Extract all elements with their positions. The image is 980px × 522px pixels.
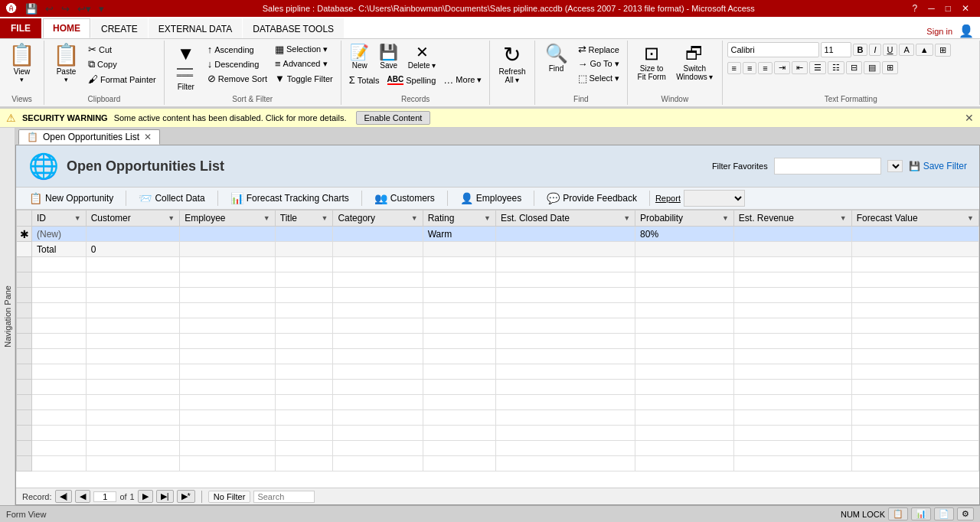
outdent-btn[interactable]: ⇤ (792, 61, 808, 74)
align-left-btn[interactable]: ≡ (727, 62, 741, 74)
new-row-forecast-value[interactable] (851, 227, 978, 242)
new-row-id[interactable]: (New) (32, 227, 87, 242)
spelling-button[interactable]: ABC Spelling (384, 73, 439, 87)
grid-btn[interactable]: ⊞ (935, 44, 951, 57)
font-size-input[interactable] (821, 42, 851, 57)
col-header-id[interactable]: ID ▼ (32, 210, 87, 227)
qat-customize[interactable]: ▾ (96, 2, 106, 15)
filter-favorites-dropdown[interactable] (887, 160, 903, 172)
advanced-button[interactable]: ≡ Advanced ▾ (272, 57, 336, 71)
collect-data-button[interactable]: 📨 Collect Data (132, 190, 211, 207)
view-layout-btn[interactable]: 📄 (934, 507, 954, 520)
paste-button[interactable]: 📋 Paste ▾ (49, 42, 83, 86)
doc-tab-close-btn[interactable]: ✕ (144, 132, 152, 142)
goto-button[interactable]: → Go To ▾ (575, 57, 623, 71)
employees-button[interactable]: 👤 Employees (453, 190, 528, 207)
format-painter-button[interactable]: 🖌 Format Painter (85, 72, 159, 86)
new-row-est-closed-date[interactable] (495, 227, 635, 242)
list-btn1[interactable]: ☰ (809, 61, 826, 74)
doc-tab-open-opportunities[interactable]: 📋 Open Opportunities List ✕ (18, 129, 160, 145)
report-label[interactable]: Report (655, 194, 681, 203)
new-row-probability[interactable]: 80% (635, 227, 734, 242)
tab-database-tools[interactable]: DATABASE TOOLS (243, 18, 344, 38)
underline-btn[interactable]: U (883, 44, 898, 56)
record-last-btn[interactable]: ▶| (156, 490, 174, 503)
record-current-input[interactable] (93, 491, 116, 502)
descending-button[interactable]: ↓ Descending (204, 57, 270, 71)
forecast-charts-button[interactable]: 📊 Forecast Tracking Charts (224, 190, 356, 207)
align-center-btn[interactable]: ≡ (743, 62, 756, 74)
more-button[interactable]: … More ▾ (440, 73, 485, 87)
font-name-input[interactable] (727, 42, 819, 57)
new-row-title[interactable] (275, 227, 333, 242)
remove-sort-button[interactable]: ⊘ Remove Sort (204, 71, 270, 86)
qat-undo2[interactable]: ↩▾ (75, 2, 93, 15)
tab-file[interactable]: FILE (0, 18, 41, 38)
tab-home[interactable]: HOME (43, 18, 90, 38)
toggle-filter-button[interactable]: ▼ Toggle Filter (272, 71, 336, 86)
find-button[interactable]: 🔍 Find (540, 42, 573, 75)
new-row-est-revenue[interactable] (733, 227, 851, 242)
italic-btn[interactable]: I (869, 44, 880, 56)
col-header-rating[interactable]: Rating ▼ (423, 210, 495, 227)
bold-btn[interactable]: B (853, 44, 868, 56)
minimize-btn[interactable]: ─ (923, 2, 939, 15)
enable-content-button[interactable]: Enable Content (356, 111, 431, 125)
qat-undo[interactable]: ↩ (43, 2, 56, 15)
expand-btn[interactable]: ⊞ (882, 61, 898, 74)
new-button[interactable]: 📝 New (346, 42, 374, 72)
col-header-probability[interactable]: Probability ▼ (635, 210, 734, 227)
ascending-button[interactable]: ↑ Ascending (204, 42, 270, 57)
record-next-btn[interactable]: ▶ (138, 490, 153, 503)
new-row-customer[interactable] (86, 227, 179, 242)
new-row-employee[interactable] (180, 227, 276, 242)
record-prev-btn[interactable]: ◀ (75, 490, 90, 503)
help-btn[interactable]: ? (908, 2, 923, 15)
security-close-button[interactable]: ✕ (965, 112, 974, 124)
col-header-customer[interactable]: Customer ▼ (86, 210, 179, 227)
font-color-btn[interactable]: A (899, 44, 913, 56)
view-settings-btn[interactable]: ⚙ (957, 507, 974, 520)
totals-button[interactable]: Σ Totals (346, 73, 383, 87)
col-header-category[interactable]: Category ▼ (333, 210, 423, 227)
record-new-btn[interactable]: ▶* (177, 490, 195, 503)
record-first-btn[interactable]: ◀| (55, 490, 73, 503)
selection-button[interactable]: ▦ Selection ▾ (272, 42, 336, 57)
list-btn2[interactable]: ☷ (828, 61, 844, 74)
col-header-title[interactable]: Title ▼ (275, 210, 333, 227)
highlight-btn[interactable]: ▲ (916, 44, 933, 56)
no-filter-btn[interactable]: No Filter (208, 491, 251, 503)
new-row-category[interactable] (333, 227, 423, 242)
sign-in-link[interactable]: Sign in (926, 27, 952, 36)
col-header-est-revenue[interactable]: Est. Revenue ▼ (733, 210, 851, 227)
filter-favorites-input[interactable] (774, 158, 881, 175)
view-form-btn[interactable]: 📋 (888, 507, 908, 520)
report-combo[interactable] (684, 190, 745, 207)
save-filter-link[interactable]: 💾 Save Filter (909, 161, 967, 171)
col-header-employee[interactable]: Employee ▼ (180, 210, 276, 227)
list-btn3[interactable]: ⊟ (846, 61, 862, 74)
refresh-button[interactable]: ↻ RefreshAll ▾ (495, 42, 529, 86)
tab-external-data[interactable]: EXTERNAL DATA (149, 18, 242, 38)
view-datasheet-btn[interactable]: 📊 (911, 507, 931, 520)
col-header-forecast-value[interactable]: Forecast Value ▼ (851, 210, 978, 227)
tab-create[interactable]: CREATE (91, 18, 148, 38)
cut-button[interactable]: ✂ Cut (85, 42, 159, 57)
customers-button[interactable]: 👥 Customers (368, 190, 442, 207)
filter-button[interactable]: ▼═══ Filter (169, 42, 203, 93)
maximize-btn[interactable]: □ (941, 2, 956, 15)
delete-button[interactable]: ✕ Delete ▾ (404, 42, 440, 72)
col-btn[interactable]: ▤ (864, 61, 880, 74)
switch-windows-button[interactable]: 🗗 SwitchWindows ▾ (672, 42, 717, 83)
close-btn[interactable]: ✕ (957, 2, 974, 15)
align-right-btn[interactable]: ≡ (758, 62, 772, 74)
col-header-est-closed-date[interactable]: Est. Closed Date ▼ (495, 210, 635, 227)
qat-redo[interactable]: ↪ (59, 2, 72, 15)
navigation-pane[interactable]: Navigation Pane (0, 128, 15, 505)
select-button[interactable]: ⬚ Select ▾ (575, 71, 623, 86)
save-button[interactable]: 💾 Save (375, 42, 403, 72)
replace-button[interactable]: ⇄ Replace (575, 42, 623, 57)
new-row-rating[interactable]: Warm (423, 227, 495, 242)
provide-feedback-button[interactable]: 💬 Provide Feedback (540, 190, 644, 207)
size-to-fit-button[interactable]: ⊡ Size toFit Form (632, 42, 671, 83)
